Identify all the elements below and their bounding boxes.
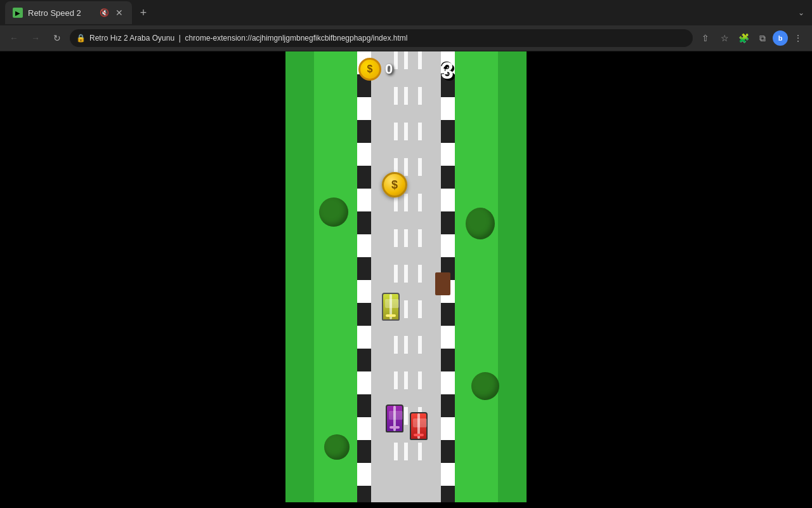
score-coin-icon: $ (358, 58, 381, 81)
car-red-npc (410, 412, 428, 440)
car-red-body (410, 412, 428, 440)
tab-bar: ▶ Retro Speed 2 🔇 ✕ + ⌄ (0, 0, 812, 25)
tab-close-button[interactable]: ✕ (114, 8, 124, 18)
split-screen-button[interactable]: ⧉ (754, 29, 771, 47)
new-tab-button[interactable]: + (134, 4, 152, 22)
car-purple-body (386, 404, 403, 432)
game-container: $ 0 3 $ (0, 51, 812, 502)
car-purple-npc (386, 404, 403, 432)
game-coin: $ (382, 172, 407, 197)
lane-line-center (404, 51, 408, 502)
extensions-button[interactable]: 🧩 (735, 29, 752, 47)
secure-icon: 🔒 (76, 34, 86, 43)
bookmark-button[interactable]: ☆ (716, 29, 733, 47)
active-tab[interactable]: ▶ Retro Speed 2 🔇 ✕ (5, 1, 132, 24)
score-value: 0 (385, 61, 393, 77)
address-bar[interactable]: 🔒 Retro Hız 2 Araba Oyunu | chrome-exten… (70, 29, 693, 47)
grass-left (285, 51, 314, 502)
forward-button[interactable]: → (27, 29, 44, 47)
tab-favicon: ▶ (13, 8, 23, 18)
tree-1 (319, 197, 348, 227)
tree-4 (471, 371, 500, 401)
obstacle-1 (435, 272, 450, 295)
grass-right (498, 51, 527, 502)
car-yellow-body (382, 293, 400, 321)
tab-list-button[interactable]: ⌄ (796, 6, 807, 20)
share-button[interactable]: ⇧ (697, 29, 714, 47)
address-text: Retro Hız 2 Araba Oyunu | chrome-extensi… (89, 34, 686, 43)
tree-2 (322, 432, 351, 462)
tab-audio-button[interactable]: 🔇 (100, 8, 109, 17)
nav-actions: ⇧ ☆ 🧩 ⧉ b ⋮ (697, 29, 807, 47)
tree-3 (466, 209, 495, 238)
back-button[interactable]: ← (5, 29, 23, 47)
profile-button[interactable]: b (773, 30, 788, 46)
lane-line-left (394, 51, 398, 502)
green-area-right (455, 51, 498, 502)
tab-title: Retro Speed 2 (28, 8, 95, 18)
road (371, 51, 441, 502)
lives-display: 3 (441, 58, 454, 84)
car-yellow-npc (382, 293, 400, 321)
game-scene: $ 0 3 $ (285, 51, 527, 502)
browser-chrome: ▶ Retro Speed 2 🔇 ✕ + ⌄ ← → ↻ 🔒 Retro Hı… (0, 0, 812, 51)
menu-button[interactable]: ⋮ (789, 29, 807, 47)
curb-left (357, 51, 371, 502)
score-display: $ 0 (358, 58, 393, 81)
nav-bar: ← → ↻ 🔒 Retro Hız 2 Araba Oyunu | chrome… (0, 25, 812, 51)
reload-button[interactable]: ↻ (48, 29, 66, 47)
